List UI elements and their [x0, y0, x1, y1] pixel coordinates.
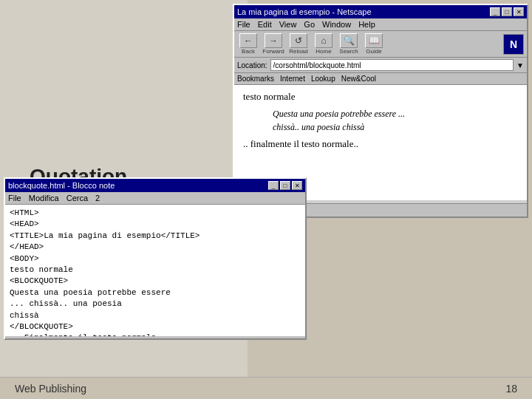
code-line-5: testo normale	[10, 265, 301, 276]
footer-label: Web Publishing	[15, 383, 86, 395]
notepad-menubar: File Modifica Cerca 2	[5, 192, 305, 205]
search-button[interactable]: 🔍 Search	[338, 33, 360, 55]
home-button[interactable]: ⌂ Home	[313, 33, 335, 55]
bookmarks-label[interactable]: Bookmarks	[237, 75, 274, 83]
browser-title: La mia pagina di esempio - Netscape	[237, 7, 372, 16]
menu-edit[interactable]: Edit	[258, 20, 272, 29]
content-after-text: .. finalmente il testo normale..	[243, 138, 518, 150]
notepad-menu-2[interactable]: 2	[95, 194, 100, 202]
guide-icon: 📖	[365, 33, 383, 48]
code-line-1: <HEAD>	[10, 219, 301, 230]
forward-icon: →	[265, 33, 282, 48]
content-normal-text: testo normale	[243, 91, 518, 103]
bookmark-internet[interactable]: Internet	[280, 75, 305, 83]
code-line-2: <TITLE>La mia pagina di esempio</TITLE>	[10, 231, 301, 242]
location-label: Location:	[237, 61, 267, 69]
notepad-titlebar: blockquote.html - Blocco note _ □ ✕	[5, 179, 305, 192]
browser-titlebar: La mia pagina di esempio - Netscape _ □ …	[234, 5, 527, 18]
code-line-10: </BLOCKQUOTE>	[10, 321, 301, 332]
notepad-close-button[interactable]: ✕	[292, 181, 302, 190]
code-line-4: <BODY>	[10, 253, 301, 265]
code-line-8: ... chissà.. una poesia	[10, 299, 301, 310]
content-blockquote: Questa una poesia potrebbe essere ... ch…	[273, 107, 518, 134]
notepad-content[interactable]: <HTML> <HEAD> <TITLE>La mia pagina di es…	[5, 205, 305, 336]
reload-button[interactable]: ↺ Reload	[287, 33, 310, 55]
browser-toolbar: ← Back → Forward ↺ Reload ⌂ Home 🔍 Searc…	[234, 31, 527, 58]
menu-go[interactable]: Go	[304, 20, 315, 29]
menu-help[interactable]: Help	[358, 20, 375, 29]
search-icon: 🔍	[340, 33, 358, 48]
bookmark-newcool[interactable]: New&Cool	[341, 75, 376, 83]
notepad-minimize-button[interactable]: _	[268, 181, 279, 190]
back-button[interactable]: ← Back	[237, 33, 259, 55]
minimize-button[interactable]: _	[490, 7, 500, 16]
bookmarks-bar: Bookmarks Internet Lookup New&Cool	[234, 73, 527, 85]
forward-button[interactable]: → Forward	[262, 33, 284, 55]
notepad-menu-cerca[interactable]: Cerca	[66, 194, 88, 202]
blockquote-line1: Questa una poesia potrebbe essere ...	[273, 109, 405, 119]
code-line-0: <HTML>	[10, 208, 301, 219]
bookmark-lookup[interactable]: Lookup	[311, 75, 335, 83]
blockquote-line2: chissà.. una poesia chissà	[273, 122, 364, 132]
reload-icon: ↺	[290, 33, 307, 48]
netscape-logo: N	[503, 34, 524, 55]
menu-file[interactable]: File	[237, 20, 250, 29]
code-line-3: </HEAD>	[10, 242, 301, 253]
code-line-7: Questa una poesia potrebbe essere	[10, 287, 301, 299]
menu-view[interactable]: View	[279, 20, 297, 29]
code-line-9: chissà	[10, 310, 301, 321]
guide-button[interactable]: 📖 Guide	[363, 33, 385, 55]
code-line-11: .. Finalmente il testo normale..	[10, 332, 301, 336]
notepad-menu-modifica[interactable]: Modifica	[29, 194, 59, 202]
location-input[interactable]	[270, 59, 514, 71]
location-bar: Location: ▼	[234, 58, 527, 73]
footer-page: 18	[505, 383, 517, 395]
code-line-6: <BLOCKQUOTE>	[10, 276, 301, 287]
notepad-window: blockquote.html - Blocco note _ □ ✕ File…	[4, 177, 307, 340]
notepad-titlebar-buttons: _ □ ✕	[268, 181, 302, 190]
titlebar-buttons: _ □ ✕	[490, 7, 524, 16]
close-button[interactable]: ✕	[514, 7, 524, 16]
location-dropdown-icon[interactable]: ▼	[516, 61, 524, 69]
footer-bar: Web Publishing 18	[0, 377, 532, 399]
maximize-button[interactable]: □	[502, 7, 512, 16]
notepad-title: blockquote.html - Blocco note	[8, 181, 115, 190]
notepad-menu-file[interactable]: File	[8, 194, 21, 202]
home-icon: ⌂	[315, 33, 332, 48]
menu-window[interactable]: Window	[322, 20, 351, 29]
browser-menubar: File Edit View Go Window Help	[234, 18, 527, 31]
notepad-maximize-button[interactable]: □	[280, 181, 290, 190]
back-icon: ←	[239, 33, 257, 48]
